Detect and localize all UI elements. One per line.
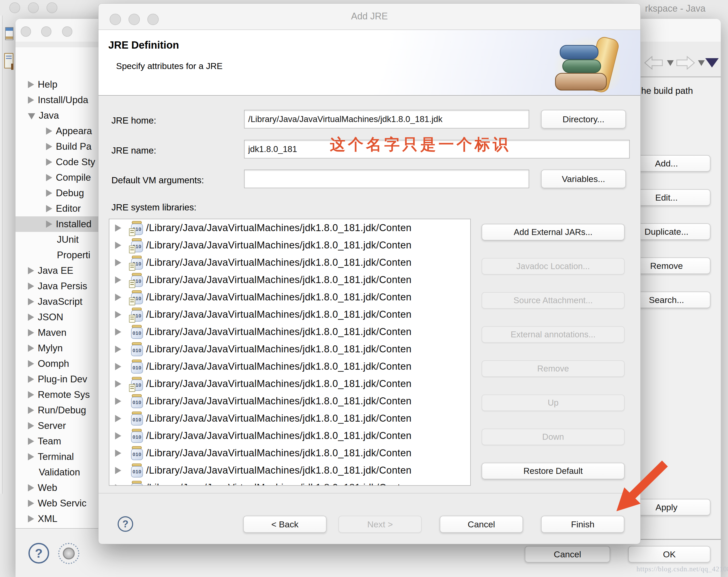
vm-args-label: Default VM arguments:	[111, 175, 204, 185]
nav-back-menu-icon[interactable]	[667, 60, 674, 66]
jre-home-input[interactable]	[244, 110, 529, 129]
library-path-text: /Library/Java/JavaVirtualMachines/jdk1.8…	[146, 257, 412, 268]
library-path-text: /Library/Java/JavaVirtualMachines/jdk1.8…	[146, 447, 412, 458]
jar-binary-icon: 010	[131, 412, 143, 425]
library-list-item[interactable]: 010/Library/Java/JavaVirtualMachines/jdk…	[109, 340, 470, 358]
library-list-item[interactable]: 010/Library/Java/JavaVirtualMachines/jdk…	[109, 410, 470, 427]
libraries-label: JRE system libraries:	[111, 202, 197, 212]
library-list-item[interactable]: 010/Library/Java/JavaVirtualMachines/jdk…	[109, 323, 470, 340]
sidebar-item-label: JSON	[38, 312, 63, 323]
vm-args-input[interactable]	[244, 169, 529, 188]
chevron-right-icon[interactable]	[115, 294, 121, 301]
chevron-right-icon[interactable]	[115, 467, 121, 474]
view-menu-icon[interactable]	[705, 58, 719, 68]
chevron-right-icon[interactable]	[28, 329, 34, 336]
chevron-right-icon[interactable]	[28, 283, 34, 290]
library-list-item[interactable]: 010/Library/Java/JavaVirtualMachines/jdk…	[109, 288, 470, 306]
dialog-header: JRE Definition Specify attributes for a …	[99, 30, 640, 96]
jar-with-source-icon: 010	[131, 256, 143, 270]
prefs-zoom-icon[interactable]	[62, 26, 72, 37]
chevron-right-icon[interactable]	[115, 259, 121, 266]
library-list-item[interactable]: 010/Library/Java/JavaVirtualMachines/jdk…	[109, 219, 470, 237]
library-list-item[interactable]: 010/Library/Java/JavaVirtualMachines/jdk…	[109, 306, 470, 323]
ok-button[interactable]: OK	[628, 546, 710, 562]
back-button[interactable]: < Back	[243, 516, 327, 533]
directory-button[interactable]: Directory...	[541, 110, 626, 129]
chevron-right-icon[interactable]	[46, 143, 52, 150]
chevron-right-icon[interactable]	[28, 515, 34, 522]
sidebar-item-label: Server	[38, 420, 66, 431]
chevron-right-icon[interactable]	[28, 267, 34, 274]
main-close-icon[interactable]	[9, 2, 20, 13]
main-zoom-icon[interactable]	[47, 2, 57, 13]
main-minimize-icon[interactable]	[28, 2, 39, 13]
chevron-right-icon[interactable]	[28, 360, 34, 367]
chevron-right-icon[interactable]	[115, 432, 121, 440]
page-title: JRE Definition	[108, 39, 179, 51]
chevron-right-icon[interactable]	[115, 277, 121, 284]
library-path-text: /Library/Java/JavaVirtualMachines/jdk1.8…	[146, 274, 412, 285]
library-list-item[interactable]: 010/Library/Java/JavaVirtualMachines/jdk…	[109, 271, 470, 288]
chevron-right-icon[interactable]	[115, 415, 121, 422]
jar-binary-icon: 010	[131, 360, 143, 373]
chevron-right-icon[interactable]	[28, 97, 34, 104]
chevron-right-icon[interactable]	[28, 345, 34, 352]
library-list-item[interactable]: 010/Library/Java/JavaVirtualMachines/jdk…	[109, 392, 470, 410]
nav-forward-menu-icon[interactable]	[698, 60, 705, 66]
chevron-right-icon[interactable]	[28, 406, 34, 414]
chevron-down-icon[interactable]	[28, 113, 35, 120]
prefs-close-icon[interactable]	[21, 26, 31, 37]
chevron-right-icon[interactable]	[115, 225, 121, 232]
library-list-item[interactable]: 010/Library/Java/JavaVirtualMachines/jdk…	[109, 358, 470, 375]
jar-with-source-icon: 010	[131, 273, 143, 287]
spacer	[28, 469, 35, 476]
jre-name-label: JRE name:	[111, 145, 156, 156]
chevron-right-icon[interactable]	[28, 453, 34, 461]
chevron-right-icon[interactable]	[115, 346, 121, 353]
chevron-right-icon[interactable]	[28, 391, 34, 398]
chevron-right-icon[interactable]	[28, 484, 34, 492]
jar-binary-icon: 010	[131, 446, 143, 460]
prefs-minimize-icon[interactable]	[41, 26, 51, 37]
variables-button[interactable]: Variables...	[541, 169, 626, 188]
chevron-right-icon[interactable]	[115, 242, 121, 249]
record-icon[interactable]	[58, 543, 79, 564]
library-list-item[interactable]: 010/Library/Java/JavaVirtualMachines/jdk…	[109, 237, 470, 254]
chevron-right-icon[interactable]	[28, 298, 34, 305]
chevron-right-icon[interactable]	[46, 220, 52, 228]
prefs-cancel-button[interactable]: Cancel	[525, 546, 610, 562]
chevron-right-icon[interactable]	[115, 484, 121, 486]
chevron-right-icon[interactable]	[28, 376, 34, 383]
chevron-right-icon[interactable]	[28, 314, 34, 321]
chevron-right-icon[interactable]	[28, 422, 34, 429]
chevron-right-icon[interactable]	[28, 81, 34, 88]
chevron-right-icon[interactable]	[115, 328, 121, 336]
jre-libraries-list[interactable]: 010/Library/Java/JavaVirtualMachines/jdk…	[109, 219, 471, 486]
help-icon[interactable]: ?	[28, 543, 49, 563]
library-list-item[interactable]: 010/Library/Java/JavaVirtualMachines/jdk…	[109, 444, 470, 462]
add-external-jars--button[interactable]: Add External JARs...	[482, 224, 625, 240]
chevron-right-icon[interactable]	[46, 174, 52, 181]
sidebar-item-label: Appeara	[56, 126, 92, 136]
library-list-item[interactable]: 010/Library/Java/JavaVirtualMachines/jdk…	[109, 462, 470, 479]
nav-forward-icon[interactable]	[675, 56, 696, 70]
library-list-item[interactable]: 010/Library/Java/JavaVirtualMachines/jdk…	[109, 427, 470, 444]
chevron-right-icon[interactable]	[46, 158, 52, 166]
dialog-help-icon[interactable]: ?	[118, 516, 133, 532]
chevron-right-icon[interactable]	[46, 127, 52, 135]
dialog-cancel-button[interactable]: Cancel	[440, 516, 523, 533]
chevron-right-icon[interactable]	[115, 311, 121, 318]
chevron-right-icon[interactable]	[46, 205, 52, 212]
chevron-right-icon[interactable]	[46, 189, 52, 197]
chevron-right-icon[interactable]	[28, 438, 34, 445]
library-list-item[interactable]: 010/Library/Java/JavaVirtualMachines/jdk…	[109, 254, 470, 271]
library-list-item[interactable]: 010/Library/Java/JavaVirtualMachines/jdk…	[109, 375, 470, 392]
nav-back-icon[interactable]	[643, 56, 664, 70]
chevron-right-icon[interactable]	[115, 398, 121, 405]
library-list-item[interactable]: 010/Library/Java/JavaVirtualMachines/jdk…	[109, 479, 470, 486]
sidebar-item-label: Oomph	[38, 358, 69, 369]
chevron-right-icon[interactable]	[28, 500, 34, 507]
chevron-right-icon[interactable]	[115, 450, 121, 457]
chevron-right-icon[interactable]	[115, 380, 121, 388]
chevron-right-icon[interactable]	[115, 363, 121, 370]
